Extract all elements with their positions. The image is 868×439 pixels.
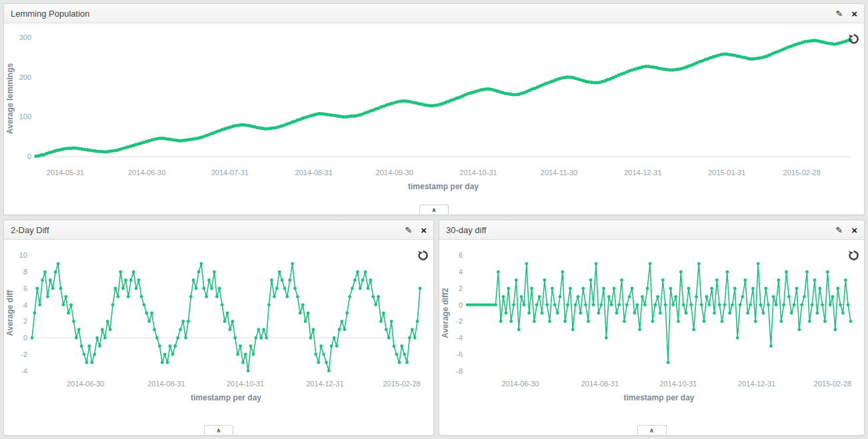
data-point [577, 295, 580, 298]
data-point [351, 287, 354, 290]
data-point [631, 287, 634, 290]
y-tick-label: 8 [23, 268, 27, 276]
data-point [322, 352, 325, 356]
data-point [43, 270, 47, 274]
chevron-up-icon: ∧ [431, 207, 436, 213]
data-point [646, 287, 649, 290]
data-point [231, 320, 234, 323]
data-point [757, 262, 760, 265]
chart-area: 30020010002014-05-312014-06-302014-07-31… [4, 23, 864, 205]
data-point [764, 287, 767, 290]
data-point [607, 295, 611, 298]
data-point [507, 287, 510, 290]
data-point [98, 344, 101, 348]
data-point [641, 295, 644, 298]
data-point [633, 312, 636, 315]
chevron-up-icon: ∧ [649, 428, 654, 434]
data-point [821, 303, 824, 306]
collapse-panel-button[interactable]: ∧ [204, 425, 233, 435]
y-tick-label: 0 [23, 334, 27, 342]
data-point [571, 328, 575, 331]
data-point [671, 303, 675, 306]
data-point [33, 312, 37, 315]
panel-header[interactable]: 2-Day Diff ✎ × [4, 220, 433, 240]
x-tick-label: 2014-12-31 [738, 380, 775, 388]
data-point [811, 303, 814, 306]
data-point [769, 344, 773, 348]
data-point [623, 320, 626, 323]
circular-arrow-icon [849, 250, 859, 260]
data-point [836, 287, 839, 290]
data-point [782, 303, 785, 306]
y-tick-label: 0 [27, 153, 31, 161]
edit-icon[interactable]: ✎ [405, 226, 412, 234]
data-point [615, 312, 618, 315]
data-point [499, 320, 503, 323]
data-point [687, 287, 691, 290]
data-point [150, 312, 153, 315]
data-point [221, 303, 224, 306]
data-point [163, 352, 167, 356]
data-point [751, 287, 755, 290]
data-point [244, 352, 247, 356]
x-tick-label: 2014-10-31 [659, 380, 697, 388]
collapse-panel-button[interactable]: ∧ [637, 425, 667, 435]
reset-zoom-icon[interactable] [849, 250, 859, 260]
collapse-panel-button[interactable]: ∧ [419, 205, 449, 215]
x-axis-title: timestamp per day [408, 182, 479, 191]
data-point [725, 270, 729, 274]
panel-header[interactable]: 30-day diff ✎ × [439, 220, 864, 240]
data-point [844, 278, 847, 282]
reset-zoom-icon[interactable] [418, 250, 428, 260]
reset-zoom-icon[interactable] [849, 34, 859, 44]
data-point [333, 336, 336, 340]
y-axis-title: Average lemmings [5, 63, 15, 135]
data-point [367, 287, 370, 290]
data-point [207, 278, 211, 282]
data-point [356, 270, 359, 274]
data-point [83, 352, 86, 356]
data-point [793, 303, 796, 306]
two-day-diff-chart[interactable]: 1086420-2-42014-06-302014-08-312014-10-3… [4, 242, 432, 410]
data-point [397, 361, 401, 364]
data-point [109, 328, 112, 331]
data-point [62, 303, 65, 306]
y-tick-label: 2 [459, 284, 463, 292]
data-point [67, 312, 70, 315]
data-point [233, 336, 237, 340]
y-tick-label: -6 [456, 350, 463, 358]
data-point [127, 295, 130, 298]
y-tick-label: -8 [456, 367, 463, 375]
data-point [93, 352, 96, 356]
data-point [255, 336, 258, 340]
close-icon[interactable]: × [851, 9, 857, 19]
data-point [831, 295, 835, 298]
edit-icon[interactable]: ✎ [835, 9, 843, 18]
data-point [754, 320, 757, 323]
data-point [239, 344, 242, 348]
data-point [543, 278, 546, 282]
data-point [103, 336, 107, 340]
data-point [197, 270, 201, 274]
data-point [57, 262, 60, 265]
panel-header[interactable]: Lemming Population ✎ × [4, 4, 864, 23]
data-point [833, 328, 837, 331]
edit-icon[interactable]: ✎ [835, 226, 843, 234]
data-point [374, 303, 377, 306]
data-point [210, 287, 213, 290]
x-tick-label: 2014-06-30 [501, 380, 539, 388]
lemming-population-chart[interactable]: 30020010002014-05-312014-06-302014-07-31… [4, 26, 863, 205]
data-point [643, 303, 647, 306]
data-point [278, 270, 281, 274]
data-point [494, 303, 497, 306]
data-point [377, 295, 380, 298]
data-point [69, 303, 73, 306]
data-point [584, 303, 587, 306]
thirty-day-diff-chart[interactable]: 6420-2-4-6-82014-06-302014-08-312014-10-… [439, 242, 863, 410]
data-point [340, 320, 343, 323]
close-icon[interactable]: × [851, 225, 857, 235]
data-point [800, 303, 803, 306]
data-point [599, 303, 603, 306]
data-point [574, 303, 577, 306]
close-icon[interactable]: × [421, 225, 427, 235]
